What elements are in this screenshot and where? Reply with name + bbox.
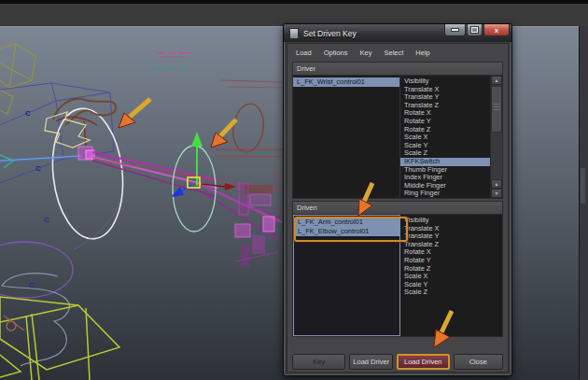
minimize-icon bbox=[451, 28, 459, 32]
scroll-up-icon-bottom[interactable]: ▲ bbox=[491, 179, 502, 189]
scrollbar-grip bbox=[494, 104, 500, 112]
driven-section-label: Driven bbox=[297, 204, 317, 212]
minimize-button[interactable] bbox=[444, 24, 466, 36]
shoulder-joint[interactable] bbox=[78, 147, 94, 160]
driven-attribute-list[interactable]: VisibilityTranslate XTranslate YTranslat… bbox=[400, 215, 502, 336]
scroll-up-icon[interactable]: ▲ bbox=[491, 76, 502, 85]
menu-item[interactable]: Key bbox=[360, 49, 372, 57]
driver-panel: L_FK_Wrist_control01 VisibilityTranslate… bbox=[292, 76, 503, 199]
scrollbar-thumb[interactable] bbox=[491, 86, 502, 133]
driver-list-scrollbar[interactable]: ▲ ▲ ▼ bbox=[490, 76, 502, 198]
c-label: C bbox=[25, 109, 31, 118]
maximize-button[interactable] bbox=[467, 24, 483, 36]
driver-attribute-item[interactable]: Ring Finger bbox=[400, 190, 490, 198]
set-driven-key-window[interactable]: Set Driven Key x LoadOptionsKeySelectHel… bbox=[283, 23, 512, 376]
menu-item[interactable]: Select bbox=[384, 49, 403, 57]
menu-item[interactable]: Load bbox=[296, 49, 312, 57]
scrollbar-track[interactable] bbox=[491, 85, 502, 179]
driver-object-list[interactable]: L_FK_Wrist_control01 bbox=[293, 76, 400, 198]
window-icon bbox=[289, 28, 299, 39]
driven-objects-annotation-ring bbox=[294, 217, 408, 242]
menu-item[interactable]: Help bbox=[415, 49, 429, 57]
driven-attribute-item[interactable]: Scale Z bbox=[400, 289, 502, 297]
driver-section-header: Driver bbox=[292, 62, 503, 76]
menubar: LoadOptionsKeySelectHelp bbox=[292, 44, 503, 60]
scroll-down-icon[interactable]: ▼ bbox=[491, 189, 502, 198]
window-titlebar[interactable]: Set Driven Key x bbox=[284, 24, 511, 42]
key-button[interactable]: Key bbox=[292, 354, 345, 370]
close-icon: x bbox=[495, 26, 498, 35]
right-panel-strip[interactable] bbox=[579, 26, 588, 380]
driver-object-item[interactable]: L_FK_Wrist_control01 bbox=[293, 77, 399, 87]
close-button[interactable]: x bbox=[483, 24, 510, 36]
load-driver-button[interactable]: Load Driver bbox=[349, 354, 393, 370]
close-dialog-button[interactable]: Close bbox=[454, 354, 504, 370]
window-title: Set Driven Key bbox=[303, 29, 444, 38]
c-label: C bbox=[44, 216, 49, 224]
top-panel-strip bbox=[0, 0, 588, 26]
maximize-icon bbox=[471, 27, 478, 33]
dialog-body: LoadOptionsKeySelectHelp Driver L_FK_Wri… bbox=[287, 43, 509, 373]
right-strip-slider[interactable] bbox=[581, 168, 585, 204]
driven-panel: L_FK_Arm_control01L_FK_Elbow_control01 V… bbox=[292, 215, 503, 337]
menu-item[interactable]: Options bbox=[324, 49, 348, 57]
c-label: C bbox=[35, 164, 41, 173]
driver-attribute-list[interactable]: VisibilityTranslate XTranslate YTranslat… bbox=[400, 76, 490, 198]
driver-section-label: Driver bbox=[297, 64, 315, 73]
dialog-button-row: Key Load Driver Load Driven Close bbox=[292, 354, 503, 370]
driven-section-header: Driven bbox=[292, 201, 503, 215]
load-driven-button[interactable]: Load Driven bbox=[397, 354, 449, 370]
